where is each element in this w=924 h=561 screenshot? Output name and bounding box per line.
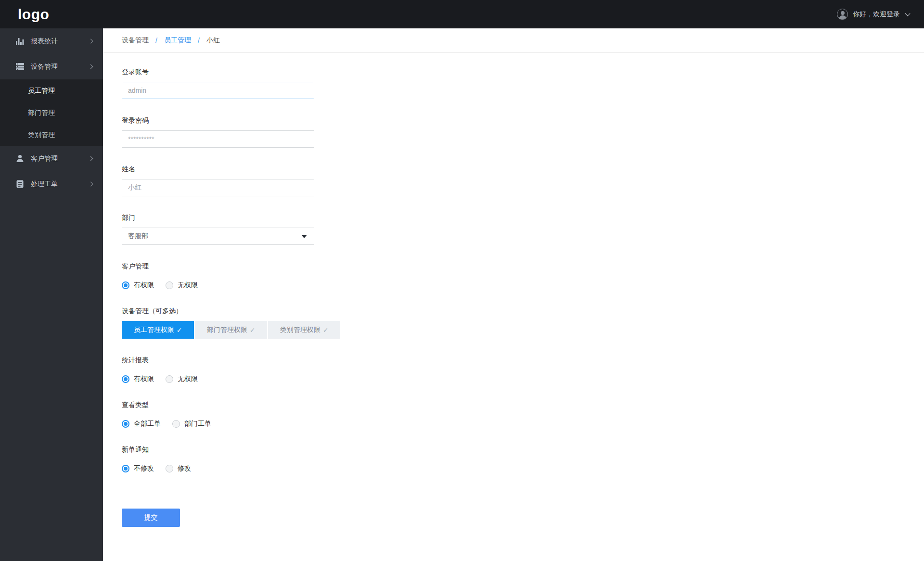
user-icon bbox=[15, 154, 25, 163]
device-mgmt-options: 员工管理权限 ✓ 部门管理权限 ✓ 类别管理权限 ✓ bbox=[122, 321, 924, 339]
chevron-down-icon bbox=[905, 11, 910, 16]
breadcrumb-separator: / bbox=[198, 37, 200, 44]
chevron-right-icon bbox=[89, 39, 93, 44]
bar-chart-icon bbox=[15, 37, 25, 46]
chevron-right-icon bbox=[89, 156, 93, 161]
report-group: 统计报表 有权限 无权限 bbox=[122, 356, 924, 383]
radio-checked-icon[interactable] bbox=[122, 465, 129, 472]
radio-option-all-tickets[interactable]: 全部工单 bbox=[122, 420, 161, 428]
device-mgmt-group: 设备管理（可多选） 员工管理权限 ✓ 部门管理权限 ✓ 类别管理权限 ✓ bbox=[122, 307, 924, 339]
account-group: 登录账号 bbox=[122, 68, 924, 99]
check-icon: ✓ bbox=[250, 326, 256, 334]
sidebar-item-label: 客户管理 bbox=[31, 154, 58, 163]
sidebar-item-reports[interactable]: 报表统计 bbox=[0, 28, 103, 54]
breadcrumb-employee-mgmt[interactable]: 员工管理 bbox=[164, 36, 191, 45]
radio-option-no-change[interactable]: 不修改 bbox=[122, 464, 154, 473]
radio-option-no-permission[interactable]: 无权限 bbox=[166, 375, 198, 383]
department-select[interactable]: 客服部 bbox=[122, 228, 314, 245]
sidebar-item-tickets[interactable]: 处理工单 bbox=[0, 171, 103, 197]
submit-row: 提交 bbox=[122, 490, 924, 527]
app-logo: logo bbox=[18, 7, 49, 22]
check-icon: ✓ bbox=[323, 326, 329, 334]
view-type-options: 全部工单 部门工单 bbox=[122, 415, 924, 428]
customer-mgmt-group: 客户管理 有权限 无权限 bbox=[122, 262, 924, 290]
employee-form: 登录账号 登录密码 姓名 部门 客服部 客户管理 bbox=[103, 53, 924, 527]
breadcrumb-device-mgmt[interactable]: 设备管理 bbox=[122, 36, 149, 45]
radio-unchecked-icon[interactable] bbox=[172, 420, 180, 428]
sidebar-submenu-devices: 员工管理 部门管理 类别管理 bbox=[0, 79, 103, 146]
sidebar-item-customers[interactable]: 客户管理 bbox=[0, 146, 103, 171]
notification-options: 不修改 修改 bbox=[122, 459, 924, 473]
radio-option-has-permission[interactable]: 有权限 bbox=[122, 281, 154, 290]
radio-unchecked-icon[interactable] bbox=[166, 465, 173, 472]
server-icon bbox=[15, 62, 25, 71]
radio-checked-icon[interactable] bbox=[122, 420, 129, 428]
customer-mgmt-label: 客户管理 bbox=[122, 262, 924, 270]
toggle-department-permission[interactable]: 部门管理权限 ✓ bbox=[195, 321, 267, 339]
notification-group: 新单通知 不修改 修改 bbox=[122, 446, 924, 473]
radio-option-change[interactable]: 修改 bbox=[166, 464, 191, 473]
report-options: 有权限 无权限 bbox=[122, 370, 924, 383]
user-greeting: 你好，欢迎登录 bbox=[853, 10, 900, 19]
toggle-category-permission[interactable]: 类别管理权限 ✓ bbox=[268, 321, 340, 339]
notification-label: 新单通知 bbox=[122, 446, 924, 453]
main-content: 设备管理 / 员工管理 / 小红 登录账号 登录密码 姓名 部门 客服部 bbox=[103, 28, 924, 561]
password-group: 登录密码 bbox=[122, 116, 924, 148]
sidebar-item-label: 处理工单 bbox=[31, 180, 58, 189]
toggle-employee-permission[interactable]: 员工管理权限 ✓ bbox=[122, 321, 194, 339]
chevron-right-icon bbox=[89, 182, 93, 187]
check-icon: ✓ bbox=[177, 326, 182, 334]
sidebar-item-department-mgmt[interactable]: 部门管理 bbox=[0, 102, 103, 124]
submit-button[interactable]: 提交 bbox=[122, 509, 180, 527]
sidebar-item-devices[interactable]: 设备管理 bbox=[0, 54, 103, 79]
device-mgmt-label: 设备管理（可多选） bbox=[122, 307, 924, 315]
name-group: 姓名 bbox=[122, 165, 924, 196]
user-menu[interactable]: 你好，欢迎登录 bbox=[837, 9, 910, 20]
view-type-label: 查看类型 bbox=[122, 401, 924, 408]
breadcrumb-current-page: 小红 bbox=[206, 36, 220, 45]
password-label: 登录密码 bbox=[122, 116, 924, 124]
breadcrumb: 设备管理 / 员工管理 / 小红 bbox=[103, 28, 924, 53]
department-label: 部门 bbox=[122, 214, 924, 221]
radio-option-has-permission[interactable]: 有权限 bbox=[122, 375, 154, 383]
radio-option-no-permission[interactable]: 无权限 bbox=[166, 281, 198, 290]
radio-unchecked-icon[interactable] bbox=[166, 375, 173, 383]
sidebar-item-category-mgmt[interactable]: 类别管理 bbox=[0, 124, 103, 146]
radio-checked-icon[interactable] bbox=[122, 281, 129, 289]
sidebar-item-employee-mgmt[interactable]: 员工管理 bbox=[0, 79, 103, 102]
radio-option-department-tickets[interactable]: 部门工单 bbox=[172, 420, 211, 428]
account-input[interactable] bbox=[122, 82, 314, 99]
document-icon bbox=[15, 179, 25, 189]
department-selected-value: 客服部 bbox=[128, 232, 148, 241]
radio-unchecked-icon[interactable] bbox=[166, 281, 173, 289]
sidebar-item-label: 报表统计 bbox=[31, 37, 58, 46]
chevron-right-icon bbox=[89, 64, 93, 69]
customer-mgmt-options: 有权限 无权限 bbox=[122, 276, 924, 290]
view-type-group: 查看类型 全部工单 部门工单 bbox=[122, 401, 924, 428]
avatar-icon bbox=[837, 9, 848, 20]
report-label: 统计报表 bbox=[122, 356, 924, 364]
radio-checked-icon[interactable] bbox=[122, 375, 129, 383]
sidebar: 报表统计 设备管理 员工管理 部门管理 类别管理 客户管理 bbox=[0, 28, 103, 561]
department-group: 部门 客服部 bbox=[122, 214, 924, 245]
name-label: 姓名 bbox=[122, 165, 924, 173]
sidebar-item-label: 设备管理 bbox=[31, 63, 58, 71]
password-input[interactable] bbox=[122, 130, 314, 148]
name-input[interactable] bbox=[122, 179, 314, 196]
breadcrumb-separator: / bbox=[155, 37, 157, 44]
account-label: 登录账号 bbox=[122, 68, 924, 76]
caret-down-icon bbox=[301, 235, 307, 238]
top-header: logo 你好，欢迎登录 bbox=[0, 0, 924, 28]
